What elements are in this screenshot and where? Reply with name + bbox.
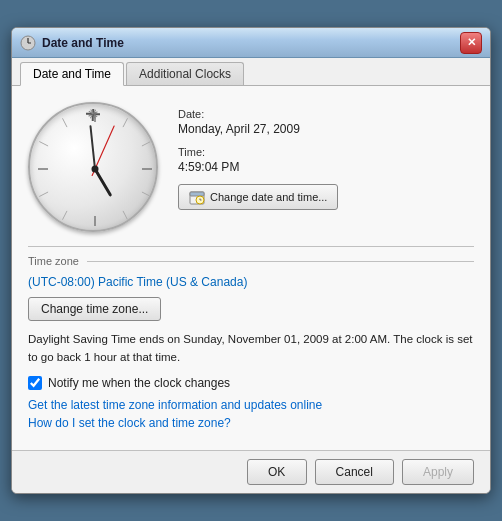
svg-line-8: [142, 142, 151, 147]
window-icon: [20, 35, 36, 51]
time-value: 4:59:04 PM: [178, 160, 474, 174]
clock-container: [28, 102, 158, 232]
timezone-divider: Time zone: [28, 255, 474, 267]
ok-button[interactable]: OK: [247, 459, 307, 485]
timezone-divider-line: [87, 261, 474, 262]
tab-bar: Date and Time Additional Clocks: [12, 58, 490, 86]
date-time-window: Date and Time ✕ Date and Time Additional…: [11, 27, 491, 494]
svg-rect-20: [190, 192, 204, 196]
cancel-button[interactable]: Cancel: [315, 459, 394, 485]
top-section: Date: Monday, April 27, 2009 Time: 4:59:…: [28, 102, 474, 232]
dst-notice: Daylight Saving Time ends on Sunday, Nov…: [28, 331, 474, 366]
date-value: Monday, April 27, 2009: [178, 122, 474, 136]
title-bar: Date and Time ✕: [12, 28, 490, 58]
tab-additional-clocks[interactable]: Additional Clocks: [126, 62, 244, 85]
latest-tz-link[interactable]: Get the latest time zone information and…: [28, 398, 474, 412]
how-to-link[interactable]: How do I set the clock and time zone?: [28, 416, 474, 430]
bottom-bar: OK Cancel Apply: [12, 450, 490, 493]
notify-label: Notify me when the clock changes: [48, 376, 230, 390]
time-label: Time:: [178, 146, 474, 158]
clock-svg: [30, 104, 158, 232]
svg-line-14: [63, 119, 68, 128]
svg-line-10: [123, 211, 128, 220]
date-label: Date:: [178, 108, 474, 120]
svg-line-15: [95, 169, 110, 195]
svg-line-13: [39, 142, 48, 147]
svg-line-11: [63, 211, 68, 220]
clock-face: [28, 102, 158, 232]
date-time-info: Date: Monday, April 27, 2009 Time: 4:59:…: [178, 102, 474, 232]
calendar-clock-icon: [189, 189, 205, 205]
change-timezone-button[interactable]: Change time zone...: [28, 297, 161, 321]
timezone-value: (UTC-08:00) Pacific Time (US & Canada): [28, 275, 474, 289]
notify-checkbox[interactable]: [28, 376, 42, 390]
timezone-section: Time zone (UTC-08:00) Pacific Time (US &…: [28, 246, 474, 321]
svg-line-12: [39, 192, 48, 197]
close-button[interactable]: ✕: [460, 32, 482, 54]
svg-line-9: [142, 192, 151, 197]
notify-checkbox-row: Notify me when the clock changes: [28, 376, 474, 390]
tab-date-time[interactable]: Date and Time: [20, 62, 124, 86]
change-datetime-label: Change date and time...: [210, 191, 327, 203]
window-title: Date and Time: [42, 36, 460, 50]
change-datetime-button[interactable]: Change date and time...: [178, 184, 338, 210]
svg-line-16: [91, 126, 95, 169]
svg-line-7: [123, 119, 128, 128]
svg-point-18: [92, 166, 99, 173]
timezone-section-label: Time zone: [28, 255, 79, 267]
apply-button[interactable]: Apply: [402, 459, 474, 485]
main-content: Date: Monday, April 27, 2009 Time: 4:59:…: [12, 86, 490, 450]
